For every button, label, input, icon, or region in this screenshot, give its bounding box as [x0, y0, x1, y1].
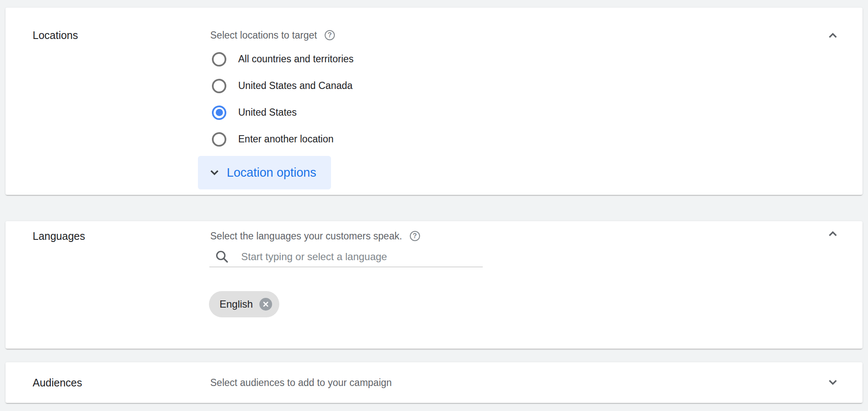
audiences-card[interactable]: Audiences Select audiences to add to you…	[6, 362, 862, 403]
search-icon	[215, 250, 229, 264]
chevron-up-icon	[826, 228, 839, 242]
locations-card: Locations Select locations to target ? A…	[6, 8, 862, 195]
radio-button-icon[interactable]	[212, 106, 226, 120]
location-options-label: Location options	[227, 166, 316, 180]
radio-us-and-canada[interactable]: United States and Canada	[210, 72, 353, 99]
languages-card: Languages Select the languages your cust…	[6, 221, 862, 349]
radio-label: All countries and territories	[238, 53, 353, 65]
radio-button-icon[interactable]	[212, 79, 226, 93]
audiences-prompt: Select audiences to add to your campaign	[210, 376, 392, 389]
radio-enter-another-location[interactable]: Enter another location	[210, 126, 353, 153]
languages-title: Languages	[33, 230, 85, 242]
languages-collapse-button[interactable]	[826, 228, 839, 241]
radio-label: United States and Canada	[238, 80, 353, 92]
location-options-button[interactable]: Location options	[198, 156, 331, 189]
chevron-down-icon	[209, 166, 220, 179]
radio-united-states[interactable]: United States	[210, 99, 353, 126]
audiences-expand-button[interactable]	[826, 376, 839, 389]
chip-label: English	[220, 298, 253, 310]
radio-label: Enter another location	[238, 133, 334, 145]
radio-label: United States	[238, 107, 297, 118]
language-search-field[interactable]	[209, 247, 483, 267]
radio-all-countries[interactable]: All countries and territories	[210, 46, 353, 72]
locations-collapse-button[interactable]	[826, 30, 839, 42]
help-circle-icon[interactable]: ?	[410, 231, 420, 241]
radio-button-icon[interactable]	[212, 132, 226, 147]
language-chip-english[interactable]: English	[209, 291, 279, 317]
help-circle-icon[interactable]: ?	[325, 30, 335, 40]
language-search-input[interactable]	[241, 251, 479, 263]
close-circle-icon[interactable]	[259, 298, 272, 311]
locations-radio-group: All countries and territories United Sta…	[210, 46, 353, 153]
languages-prompt: Select the languages your customers spea…	[210, 230, 402, 242]
chevron-down-icon	[826, 376, 839, 390]
chevron-up-icon	[826, 29, 839, 43]
radio-button-icon[interactable]	[212, 52, 226, 67]
audiences-title: Audiences	[33, 376, 82, 389]
locations-prompt: Select locations to target	[210, 29, 317, 42]
locations-title: Locations	[33, 29, 78, 42]
